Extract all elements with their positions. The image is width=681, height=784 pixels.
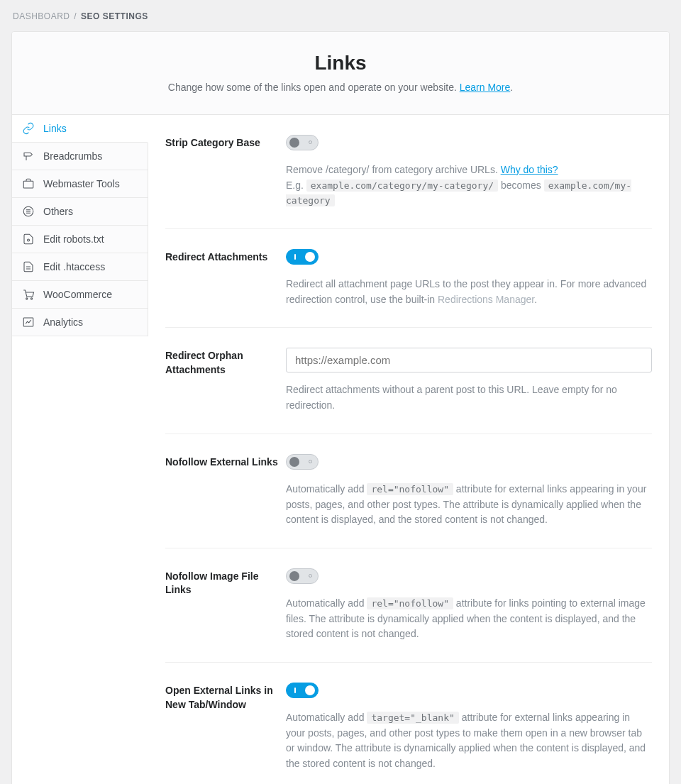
settings-panel: Links Change how some of the links open … bbox=[11, 31, 670, 784]
sidebar-item-analytics[interactable]: Analytics bbox=[12, 309, 148, 336]
svg-rect-0 bbox=[23, 181, 33, 188]
briefcase-icon bbox=[22, 177, 35, 190]
svg-point-2 bbox=[28, 239, 30, 241]
learn-more-link[interactable]: Learn More bbox=[460, 82, 511, 93]
chart-icon bbox=[22, 316, 35, 328]
orphan-url-input[interactable] bbox=[286, 348, 652, 372]
sidebar-item-woocommerce[interactable]: WooCommerce bbox=[12, 281, 148, 309]
sidebar-item-links[interactable]: Links bbox=[12, 115, 148, 143]
panel-header: Links Change how some of the links open … bbox=[12, 32, 669, 115]
setting-label: Nofollow External Links bbox=[165, 454, 286, 528]
list-icon bbox=[22, 205, 35, 218]
sidebar-item-label: Links bbox=[43, 123, 67, 134]
sidebar-item-robots[interactable]: Edit robots.txt bbox=[12, 226, 148, 253]
sidebar-item-label: Edit .htaccess bbox=[43, 261, 105, 272]
setting-nofollow-external: Nofollow External Links Automatically ad… bbox=[165, 434, 652, 548]
setting-description: Automatically add rel="nofollow" attribu… bbox=[286, 482, 652, 528]
toggle-redirect-attachments[interactable] bbox=[286, 249, 319, 265]
setting-description: Automatically add rel="nofollow" attribu… bbox=[286, 596, 652, 642]
svg-point-3 bbox=[26, 298, 28, 299]
setting-nofollow-image: Nofollow Image File Links Automatically … bbox=[165, 548, 652, 662]
setting-description: Redirect all attachment page URLs to the… bbox=[286, 277, 652, 307]
sidebar-item-htaccess[interactable]: Edit .htaccess bbox=[12, 253, 148, 281]
breadcrumb-separator: / bbox=[72, 11, 78, 21]
setting-open-external: Open External Links in New Tab/Window Au… bbox=[165, 662, 652, 784]
setting-description: Redirect attachments without a parent po… bbox=[286, 382, 652, 413]
code-sample: rel="nofollow" bbox=[367, 597, 453, 609]
sidebar-item-label: Analytics bbox=[43, 316, 83, 328]
setting-redirect-attachments: Redirect Attachments Redirect all attach… bbox=[165, 228, 652, 327]
sidebar-item-label: Breadcrumbs bbox=[43, 150, 102, 162]
setting-label: Nofollow Image File Links bbox=[165, 568, 286, 642]
link-icon bbox=[22, 122, 35, 135]
svg-point-4 bbox=[31, 298, 32, 299]
sidebar-item-breadcrumbs[interactable]: Breadcrumbs bbox=[12, 143, 148, 170]
signpost-icon bbox=[22, 150, 35, 162]
setting-description: Automatically add target="_blank" attrib… bbox=[286, 710, 652, 772]
file-icon bbox=[22, 233, 35, 245]
setting-description: Remove /category/ from category archive … bbox=[286, 162, 652, 209]
sidebar-item-label: Edit robots.txt bbox=[43, 233, 104, 245]
toggle-nofollow-image[interactable] bbox=[286, 568, 319, 584]
setting-strip-category: Strip Category Base Remove /category/ fr… bbox=[165, 115, 652, 228]
redirections-manager-link[interactable]: Redirections Manager bbox=[438, 294, 534, 305]
sidebar-item-others[interactable]: Others bbox=[12, 198, 148, 226]
setting-label: Redirect Attachments bbox=[165, 249, 286, 307]
page-subtitle: Change how some of the links open and op… bbox=[29, 82, 652, 93]
why-do-this-link[interactable]: Why do this? bbox=[501, 164, 558, 175]
toggle-strip-category[interactable] bbox=[286, 135, 319, 150]
file-text-icon bbox=[22, 260, 35, 273]
code-sample: target="_blank" bbox=[367, 712, 458, 724]
setting-redirect-orphan: Redirect Orphan Attachments Redirect att… bbox=[165, 327, 652, 433]
breadcrumb-current: SEO Settings bbox=[81, 11, 148, 21]
page-title: Links bbox=[29, 52, 652, 74]
breadcrumb: Dashboard / SEO Settings bbox=[11, 11, 670, 31]
setting-label: Redirect Orphan Attachments bbox=[165, 348, 286, 413]
setting-label: Open External Links in New Tab/Window bbox=[165, 683, 286, 772]
breadcrumb-parent[interactable]: Dashboard bbox=[13, 11, 70, 21]
sidebar-item-label: Webmaster Tools bbox=[43, 178, 120, 189]
toggle-open-external[interactable] bbox=[286, 683, 319, 698]
sidebar-item-webmaster[interactable]: Webmaster Tools bbox=[12, 170, 148, 198]
sidebar-item-label: Others bbox=[43, 206, 73, 217]
setting-label: Strip Category Base bbox=[165, 135, 286, 209]
code-sample: rel="nofollow" bbox=[367, 483, 453, 495]
toggle-nofollow-external[interactable] bbox=[286, 454, 319, 470]
sidebar: Links Breadcrumbs Webmaster Tools bbox=[12, 115, 148, 336]
code-sample: example.com/category/my-category/ bbox=[306, 180, 498, 192]
sidebar-item-label: WooCommerce bbox=[43, 289, 112, 300]
cart-icon bbox=[22, 288, 35, 301]
